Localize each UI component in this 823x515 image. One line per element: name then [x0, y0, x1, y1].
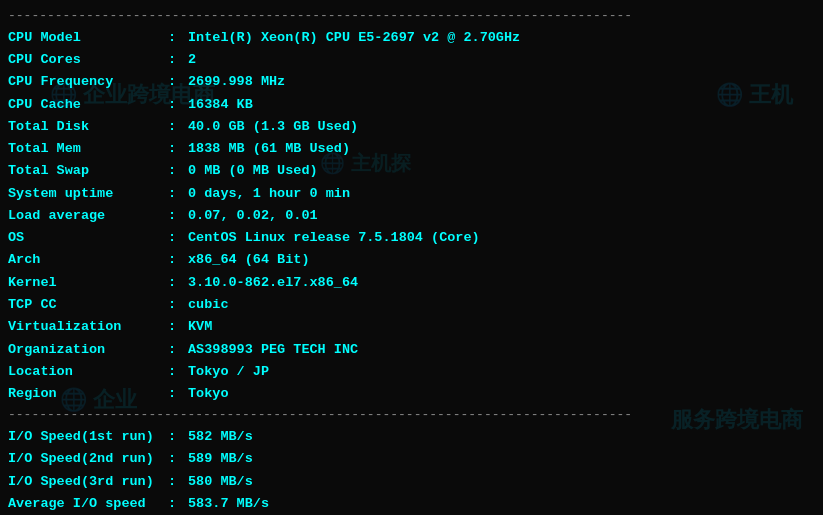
- colon: :: [168, 471, 188, 493]
- load-average-label: Load average: [8, 205, 168, 227]
- os-value: CentOS Linux release 7.5.1804 (Core): [188, 227, 480, 249]
- colon: :: [168, 383, 188, 405]
- colon: :: [168, 116, 188, 138]
- io-3rd-label: I/O Speed(3rd run): [8, 471, 168, 493]
- arch-label: Arch: [8, 249, 168, 271]
- avg-io-value: 583.7 MB/s: [188, 493, 269, 515]
- total-disk-label: Total Disk: [8, 116, 168, 138]
- kernel-label: Kernel: [8, 272, 168, 294]
- colon: :: [168, 138, 188, 160]
- table-row: Kernel : 3.10.0-862.el7.x86_64: [8, 272, 815, 294]
- cpu-model-value: Intel(R) Xeon(R) CPU E5-2697 v2 @ 2.70GH…: [188, 27, 520, 49]
- table-row: Region : Tokyo: [8, 383, 815, 405]
- table-row: Average I/O speed : 583.7 MB/s: [8, 493, 815, 515]
- colon: :: [168, 272, 188, 294]
- load-average-value: 0.07, 0.02, 0.01: [188, 205, 318, 227]
- colon: :: [168, 249, 188, 271]
- table-row: CPU Cores : 2: [8, 49, 815, 71]
- colon: :: [168, 160, 188, 182]
- colon: :: [168, 227, 188, 249]
- info-section: CPU Model : Intel(R) Xeon(R) CPU E5-2697…: [8, 27, 815, 406]
- system-uptime-value: 0 days, 1 hour 0 min: [188, 183, 350, 205]
- io-1st-value: 582 MB/s: [188, 426, 253, 448]
- colon: :: [168, 493, 188, 515]
- colon: :: [168, 27, 188, 49]
- divider-top: ----------------------------------------…: [8, 6, 815, 27]
- cpu-cores-label: CPU Cores: [8, 49, 168, 71]
- table-row: Total Mem : 1838 MB (61 MB Used): [8, 138, 815, 160]
- colon: :: [168, 49, 188, 71]
- table-row: Organization : AS398993 PEG TECH INC: [8, 339, 815, 361]
- system-uptime-label: System uptime: [8, 183, 168, 205]
- colon: :: [168, 71, 188, 93]
- virtualization-label: Virtualization: [8, 316, 168, 338]
- table-row: Total Swap : 0 MB (0 MB Used): [8, 160, 815, 182]
- location-value: Tokyo / JP: [188, 361, 269, 383]
- tcp-cc-value: cubic: [188, 294, 229, 316]
- cpu-model-label: CPU Model: [8, 27, 168, 49]
- table-row: OS : CentOS Linux release 7.5.1804 (Core…: [8, 227, 815, 249]
- colon: :: [168, 361, 188, 383]
- cpu-cache-value: 16384 KB: [188, 94, 253, 116]
- region-value: Tokyo: [188, 383, 229, 405]
- table-row: Total Disk : 40.0 GB (1.3 GB Used): [8, 116, 815, 138]
- io-2nd-label: I/O Speed(2nd run): [8, 448, 168, 470]
- avg-io-label: Average I/O speed: [8, 493, 168, 515]
- divider-mid: ----------------------------------------…: [8, 405, 815, 426]
- cpu-freq-value: 2699.998 MHz: [188, 71, 285, 93]
- colon: :: [168, 205, 188, 227]
- colon: :: [168, 316, 188, 338]
- cpu-cores-value: 2: [188, 49, 196, 71]
- cpu-freq-label: CPU Frequency: [8, 71, 168, 93]
- io-3rd-value: 580 MB/s: [188, 471, 253, 493]
- total-mem-label: Total Mem: [8, 138, 168, 160]
- total-disk-value: 40.0 GB (1.3 GB Used): [188, 116, 358, 138]
- arch-value: x86_64 (64 Bit): [188, 249, 310, 271]
- table-row: CPU Cache : 16384 KB: [8, 94, 815, 116]
- colon: :: [168, 339, 188, 361]
- total-mem-value: 1838 MB (61 MB Used): [188, 138, 350, 160]
- organization-label: Organization: [8, 339, 168, 361]
- terminal-window: 🌐 企业跨境电商 🌐 主机探 🌐 王机 🌐 企业 服务跨境电商 --------…: [0, 0, 823, 515]
- table-row: Virtualization : KVM: [8, 316, 815, 338]
- table-row: Arch : x86_64 (64 Bit): [8, 249, 815, 271]
- table-row: CPU Model : Intel(R) Xeon(R) CPU E5-2697…: [8, 27, 815, 49]
- table-row: I/O Speed(2nd run) : 589 MB/s: [8, 448, 815, 470]
- io-section: I/O Speed(1st run) : 582 MB/s I/O Speed(…: [8, 426, 815, 515]
- io-2nd-value: 589 MB/s: [188, 448, 253, 470]
- io-1st-label: I/O Speed(1st run): [8, 426, 168, 448]
- cpu-cache-label: CPU Cache: [8, 94, 168, 116]
- os-label: OS: [8, 227, 168, 249]
- colon: :: [168, 94, 188, 116]
- table-row: System uptime : 0 days, 1 hour 0 min: [8, 183, 815, 205]
- colon: :: [168, 426, 188, 448]
- total-swap-value: 0 MB (0 MB Used): [188, 160, 318, 182]
- colon: :: [168, 183, 188, 205]
- colon: :: [168, 448, 188, 470]
- table-row: Load average : 0.07, 0.02, 0.01: [8, 205, 815, 227]
- table-row: TCP CC : cubic: [8, 294, 815, 316]
- virtualization-value: KVM: [188, 316, 212, 338]
- organization-value: AS398993 PEG TECH INC: [188, 339, 358, 361]
- total-swap-label: Total Swap: [8, 160, 168, 182]
- table-row: I/O Speed(3rd run) : 580 MB/s: [8, 471, 815, 493]
- table-row: Location : Tokyo / JP: [8, 361, 815, 383]
- kernel-value: 3.10.0-862.el7.x86_64: [188, 272, 358, 294]
- region-label: Region: [8, 383, 168, 405]
- colon: :: [168, 294, 188, 316]
- location-label: Location: [8, 361, 168, 383]
- table-row: CPU Frequency : 2699.998 MHz: [8, 71, 815, 93]
- table-row: I/O Speed(1st run) : 582 MB/s: [8, 426, 815, 448]
- tcp-cc-label: TCP CC: [8, 294, 168, 316]
